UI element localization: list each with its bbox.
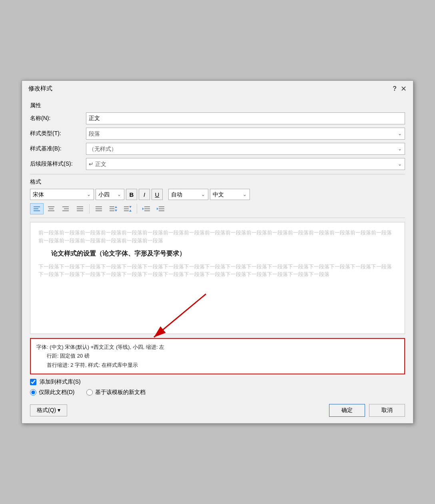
svg-rect-8 <box>62 210 69 211</box>
svg-marker-24 <box>129 210 132 212</box>
font-select[interactable]: 宋体 <box>30 189 94 200</box>
title-bar-controls: ? ✕ <box>393 85 407 92</box>
align-left-button[interactable] <box>30 203 44 214</box>
cancel-button[interactable]: 取消 <box>369 404 405 417</box>
svg-rect-21 <box>124 208 129 209</box>
line-spacing-button[interactable] <box>92 203 106 214</box>
svg-rect-20 <box>124 206 129 207</box>
svg-rect-10 <box>77 208 83 209</box>
modify-style-dialog: 修改样式 ? ✕ 属性 名称(N): 样式类型(T): 段落 ⌄ 样式基准(B)… <box>22 80 413 423</box>
svg-rect-16 <box>110 208 114 209</box>
style-base-select-wrapper: （无样式） ⌄ <box>86 143 405 155</box>
following-style-row: 后续段落样式(S): ↵ 正文 ⌄ <box>30 158 405 170</box>
align-toolbar <box>30 203 405 218</box>
style-type-select[interactable]: 段落 <box>86 128 405 140</box>
justify-distribute-icon <box>95 205 103 212</box>
align-center-icon <box>47 205 55 212</box>
dialog-title: 修改样式 <box>28 85 52 92</box>
align-justify-button[interactable] <box>73 203 87 214</box>
new-doc-radio[interactable] <box>86 389 93 396</box>
style-type-select-wrapper: 段落 ⌄ <box>86 128 405 140</box>
line-spacing-decrease-button[interactable] <box>121 203 134 214</box>
svg-marker-23 <box>129 206 132 208</box>
style-info-box: 字体: (中文) 宋体(默认) +西文正文 (等线), 小四, 缩进: 左 行距… <box>30 338 405 374</box>
svg-rect-15 <box>110 206 114 207</box>
style-type-row: 样式类型(T): 段落 ⌄ <box>30 128 405 140</box>
indent-decrease-button[interactable] <box>140 203 153 214</box>
underline-button[interactable]: U <box>152 189 163 200</box>
indent-increase-button[interactable] <box>154 203 168 214</box>
format-section-label: 格式 <box>30 178 405 186</box>
svg-rect-5 <box>48 210 54 211</box>
svg-marker-19 <box>115 210 117 212</box>
only-this-doc-item: 仅限此文档(D) <box>30 389 74 396</box>
name-input[interactable] <box>86 112 405 124</box>
align-right-icon <box>62 205 70 212</box>
preview-box: 前一段落前一段落前一段落前一段落前一段落前一段落前一段落前一段落前一段落前一段落… <box>30 222 405 334</box>
preview-prev-text: 前一段落前一段落前一段落前一段落前一段落前一段落前一段落前一段落前一段落前一段落… <box>38 229 397 244</box>
add-to-library-checkbox[interactable] <box>30 379 36 385</box>
bottom-buttons: 确定 取消 <box>329 404 405 417</box>
style-base-label: 样式基准(B): <box>30 145 86 152</box>
name-label: 名称(N): <box>30 115 86 122</box>
format-button[interactable]: 格式(Q) ▾ <box>30 404 67 416</box>
svg-rect-26 <box>144 208 150 209</box>
indent-increase-icon <box>156 205 165 212</box>
preview-next-text: 下一段落下一段落下一段落下一段落下一段落下一段落下一段落下一段落下一段落下一段落… <box>38 263 397 278</box>
bottom-bar: 格式(Q) ▾ 确定 取消 <box>30 402 405 417</box>
only-this-doc-label[interactable]: 仅限此文档(D) <box>39 389 74 396</box>
radio-row: 仅限此文档(D) 基于该模板的新文档 <box>30 389 405 396</box>
lang-select[interactable]: 中文 <box>210 189 250 200</box>
svg-rect-29 <box>159 206 164 207</box>
svg-rect-11 <box>77 210 83 211</box>
ok-button[interactable]: 确定 <box>329 404 365 417</box>
help-button[interactable]: ? <box>393 85 397 92</box>
style-base-row: 样式基准(B): （无样式） ⌄ <box>30 143 405 155</box>
svg-rect-13 <box>96 208 102 209</box>
svg-rect-4 <box>49 208 54 209</box>
following-style-select-wrapper: ↵ 正文 ⌄ <box>86 158 405 170</box>
indent-decrease-icon <box>142 205 151 212</box>
lang-select-wrapper: 中文 ⌄ <box>210 189 250 200</box>
style-type-label: 样式类型(T): <box>30 130 86 137</box>
style-base-select[interactable]: （无样式） <box>86 143 405 155</box>
following-style-select[interactable]: ↵ 正文 <box>86 158 405 170</box>
bold-button[interactable]: B <box>126 189 137 200</box>
svg-rect-25 <box>144 206 150 207</box>
style-info-line3: 首行缩进: 2 字符, 样式: 在样式库中显示 <box>36 361 399 370</box>
svg-rect-2 <box>34 210 40 211</box>
close-button[interactable]: ✕ <box>401 85 407 92</box>
properties-section-label: 属性 <box>30 102 405 109</box>
title-bar: 修改样式 ? ✕ <box>22 81 413 96</box>
dialog-body: 属性 名称(N): 样式类型(T): 段落 ⌄ 样式基准(B): （无样式） ⌄ <box>22 96 413 423</box>
svg-rect-12 <box>96 206 102 207</box>
align-right-button[interactable] <box>59 203 72 214</box>
svg-rect-1 <box>34 208 38 209</box>
svg-rect-17 <box>110 210 114 211</box>
size-select[interactable]: 小四 <box>96 189 124 200</box>
new-doc-label[interactable]: 基于该模板的新文档 <box>95 389 146 396</box>
style-info-container: 字体: (中文) 宋体(默认) +西文正文 (等线), 小四, 缩进: 左 行距… <box>30 338 405 374</box>
name-field-row: 名称(N): <box>30 112 405 124</box>
align-center-button[interactable] <box>44 203 58 214</box>
only-this-doc-radio[interactable] <box>30 389 36 396</box>
align-separator-1 <box>89 204 90 214</box>
align-left-icon <box>33 205 41 212</box>
line-spacing-increase-button[interactable] <box>106 203 120 214</box>
add-to-library-row: 添加到样式库(S) <box>30 378 405 386</box>
style-info-line1: 字体: (中文) 宋体(默认) +西文正文 (等线), 小四, 缩进: 左 <box>36 343 399 352</box>
add-to-library-label[interactable]: 添加到样式库(S) <box>40 378 81 386</box>
color-select[interactable]: 自动 <box>168 189 208 200</box>
align-separator-2 <box>137 204 137 214</box>
preview-main-text: 论文样式的设置（论文字体、字形及字号要求） <box>38 248 397 259</box>
italic-button[interactable]: I <box>139 189 150 200</box>
line-spacing-up-icon <box>109 205 118 212</box>
format-toolbar: 宋体 ⌄ 小四 ⌄ B I U 自动 ⌄ <box>30 189 405 200</box>
svg-marker-28 <box>142 208 144 210</box>
svg-rect-30 <box>159 208 164 209</box>
svg-marker-32 <box>157 208 158 210</box>
style-info-line2: 行距: 固定值 20 磅 <box>36 352 399 360</box>
svg-rect-31 <box>159 210 164 211</box>
divider-1 <box>30 174 405 174</box>
svg-rect-7 <box>64 208 69 209</box>
